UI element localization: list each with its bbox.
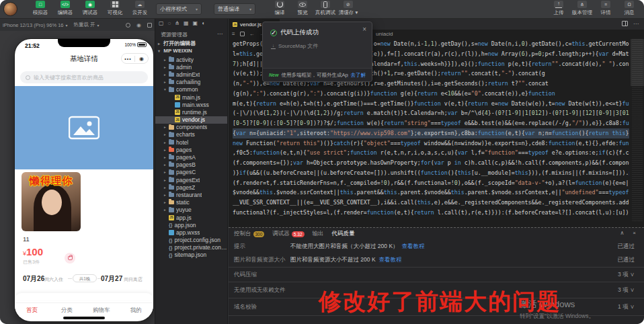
details-button[interactable]: ≡详情 xyxy=(596,1,615,16)
tree-folder-admin[interactable]: ▸admin xyxy=(155,63,227,71)
clear-cache-button[interactable]: ⊘清缓存 ▾ xyxy=(339,1,358,16)
tree-file-project-config-json[interactable]: {}project.config.json xyxy=(155,237,227,244)
code-line[interactable]: functional?(f._injectStyles=l,(f.render=… xyxy=(233,208,629,218)
upload-button[interactable]: ↑上传 xyxy=(549,1,568,16)
compile-button[interactable]: 编译 xyxy=(270,1,289,16)
quality-row[interactable]: 图片和音频资源大小图片和音频资源大小不超过 200 K查看教程已通过 xyxy=(229,253,644,268)
hot-reload-toggle[interactable]: 热重载 开 xyxy=(74,22,95,28)
tree-file-project-private-config-js-[interactable]: {}project.private.config.js... xyxy=(155,244,227,251)
back-icon[interactable]: ← xyxy=(249,31,255,37)
code-line[interactable]: new Function("return this")()}catch(r){"… xyxy=(233,138,629,149)
code-line[interactable]: __VUE_SSR_CONTEXT__||(e=__VUE_SSR_CONTEX… xyxy=(233,198,629,208)
simulator-button[interactable]: □模拟器 xyxy=(31,1,50,16)
code-line[interactable]: (f.render=t,f.staticRenderFns=n,f._compi… xyxy=(233,178,629,188)
more-actions-icon[interactable]: ⋯ xyxy=(633,21,639,27)
quality-row[interactable]: 提示不能使用大图片和音频（大小超过 200 K）查看教程已通过 xyxy=(229,239,644,253)
add-to-cart-button[interactable] xyxy=(65,253,75,264)
tree-folder-echarts[interactable]: ▸echarts xyxy=(155,131,227,138)
message-bell-button[interactable]: Ω消息 xyxy=(620,1,639,16)
check-status[interactable]: 3 项 ∨ xyxy=(618,271,635,279)
mode-select[interactable]: 小程序模式 ▾ xyxy=(156,3,202,15)
split-editor-icon[interactable] xyxy=(622,21,628,26)
extensions-icon[interactable]: ◐ xyxy=(202,21,205,26)
open-editors-section[interactable]: ▸ 打开的编辑器 xyxy=(158,40,196,47)
quality-row[interactable]: 代码压缩3 项 ∨ xyxy=(229,268,644,282)
tree-folder-pagesc[interactable]: ▸pagesC xyxy=(155,169,227,176)
minimize-icon[interactable]: ◉ xyxy=(135,56,148,62)
learn-more-link[interactable]: 去了解 xyxy=(351,72,366,79)
check-status[interactable]: 1 项 ∨ xyxy=(618,303,635,311)
tree-file-app-wxss[interactable]: app.wxss xyxy=(155,229,227,236)
check-status[interactable]: 3 项 ∨ xyxy=(618,286,635,294)
tree-folder-components[interactable]: ▸components xyxy=(155,124,227,131)
code-line-highlighted[interactable]: {var n={uniacid:"1",siteroot:"https://ww… xyxy=(233,128,629,138)
tree-folder-adminext[interactable]: ▸adminExt xyxy=(155,71,227,78)
panel-tab-控制台[interactable]: 控制台300 xyxy=(234,230,264,238)
debugger-button[interactable]: ◉调试器 xyxy=(81,1,99,16)
breadcrumb[interactable]: uniacid xyxy=(376,31,393,37)
code-line[interactable]: $vnode&&this.$vnode.ssrContext||this.par… xyxy=(233,188,629,198)
capsule-menu[interactable]: ••• ◉ xyxy=(121,53,149,64)
tree-file-runtime-js[interactable]: JSruntime.js xyxy=(155,108,227,116)
outline-icon[interactable]: ≡ xyxy=(232,31,235,37)
tree-folder-pagesb[interactable]: ▸pagesB xyxy=(155,161,227,169)
code-line[interactable]: (-|\/)(\d{1,2})(-|\/)(\d{1,2})/g;return … xyxy=(233,108,629,118)
search-icon[interactable]: ◌ xyxy=(168,21,171,26)
device-selector[interactable]: iPhone 12/13 (Pro) 96% 16 xyxy=(3,22,63,28)
tree-folder-pages[interactable]: ▸pages xyxy=(155,146,227,153)
product-image[interactable]: 懒得理你 xyxy=(22,172,81,231)
tree-file-app-json[interactable]: {}app.json xyxy=(155,221,227,229)
tree-folder-static[interactable]: ▸static xyxy=(155,199,227,206)
tree-file-main-wxss[interactable]: main.wxss xyxy=(155,101,227,108)
bookmark-icon[interactable] xyxy=(240,32,245,36)
tree-folder-hotel[interactable]: ▸hotel xyxy=(155,138,227,146)
tree-file-vendor-js[interactable]: JSvendor.js xyxy=(155,116,227,124)
tabbar-item-我的[interactable]: 我的 xyxy=(119,307,154,315)
code-line[interactable]: [0-5]?[0-9](:[0-5]?[0-9])?)?$/;function … xyxy=(233,118,629,128)
refresh-icon[interactable] xyxy=(126,23,130,28)
more-actions-icon[interactable]: ⋯ xyxy=(217,31,223,38)
record-icon[interactable]: ◉ xyxy=(136,22,141,28)
tabbar-item-分类[interactable]: 分类 xyxy=(50,307,85,315)
search-input[interactable]: 输入关键字搜索您喜欢的商品 xyxy=(20,71,148,83)
tree-folder-restaurant[interactable]: ▸restaurant xyxy=(155,191,227,198)
user-avatar[interactable] xyxy=(3,2,17,16)
tree-folder-activity[interactable]: ▸activity xyxy=(155,56,227,63)
tabbar-item-home-active[interactable]: 首页 xyxy=(15,307,50,315)
code-line[interactable]: ,f0c5:function(e,t,n){"use strict";funct… xyxy=(233,148,629,158)
preview-icon[interactable]: ▣ xyxy=(193,21,198,26)
expand-icon[interactable] xyxy=(147,23,152,28)
collapse-panel-icon[interactable]: ∧ xyxy=(620,230,624,236)
close-panel-icon[interactable]: × xyxy=(633,230,636,236)
workspace-root-section[interactable]: ▾ MP WEIXIN xyxy=(158,48,192,54)
minimap-slider[interactable] xyxy=(631,39,644,86)
banner-swiper[interactable] xyxy=(15,86,153,169)
tree-folder-pagesa[interactable]: ▸pagesA xyxy=(155,153,227,161)
device-debug-button[interactable]: 真机调试 xyxy=(316,1,335,16)
cloud-dev-button[interactable]: ☁云开发 xyxy=(130,1,149,16)
code-line[interactable]: m(e,t){return e=h(e),t=h(t),e.getTime()=… xyxy=(233,99,629,109)
tree-file-sitemap-json[interactable]: {}sitemap.json xyxy=(155,251,227,259)
tree-folder-pagesext[interactable]: ▸pagesExt xyxy=(155,176,227,184)
tree-folder-pagesz[interactable]: ▸pagesZ xyxy=(155,184,227,191)
code-line[interactable]: (f.components={});var h=Object.prototype… xyxy=(233,158,629,168)
tree-folder-carhailing[interactable]: ▸carhailing xyxy=(155,79,227,86)
panel-tab-代码质量[interactable]: 代码质量 xyxy=(332,230,355,238)
sourcemap-download[interactable]: ↓ SourceMap 文件 xyxy=(271,42,318,50)
tree-folder-yuyue[interactable]: ▸yuyue xyxy=(155,206,227,214)
code-line[interactable]: (g(n),":").concat(g(r),":").concat(g(i))… xyxy=(233,89,629,99)
close-icon[interactable]: × xyxy=(362,26,366,33)
date-range-picker[interactable]: 07月26 周六入住 共1晚 07月27 周日离店 xyxy=(15,273,153,284)
compile-select[interactable]: 普通编译 ▾ xyxy=(214,3,255,15)
tabbar-item-购物车[interactable]: 购物车 xyxy=(84,307,119,315)
preview-button[interactable]: 预览 xyxy=(293,1,312,16)
tree-file-app-js[interactable]: JSapp.js xyxy=(155,214,227,221)
code-line[interactable]: )}if(u&&((u.beforeCreate||(u.beforeCreat… xyxy=(233,168,629,178)
grid-icon[interactable]: ▦ xyxy=(184,21,189,26)
visualization-button[interactable]: 可视化 xyxy=(106,1,124,16)
editor-button[interactable]: </>编辑器 xyxy=(56,1,75,16)
panel-tab-输出[interactable]: 输出 xyxy=(313,230,324,238)
files-icon[interactable]: ▢ xyxy=(159,21,164,26)
tree-file-main-js[interactable]: JSmain.js xyxy=(155,93,227,101)
tree-folder-common[interactable]: ▾common xyxy=(155,86,227,93)
